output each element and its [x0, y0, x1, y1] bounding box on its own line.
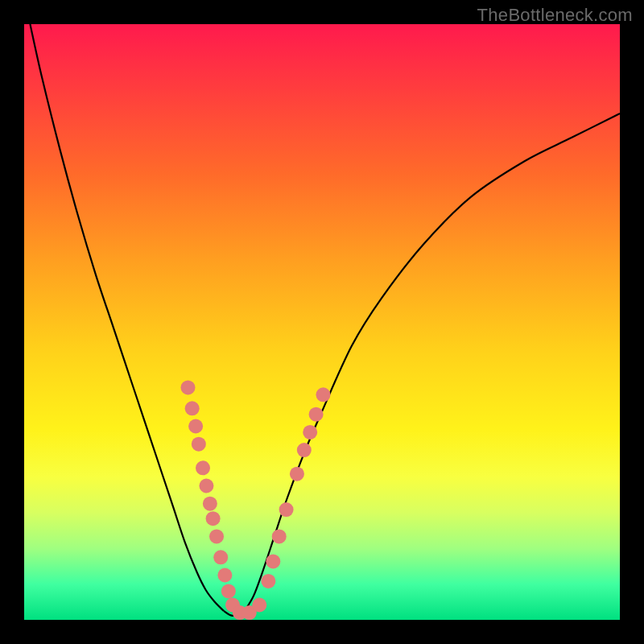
highlight-dot — [261, 574, 275, 588]
highlight-dot — [213, 550, 228, 564]
curve-left — [30, 24, 224, 611]
highlight-dot — [217, 568, 232, 583]
highlight-dot — [309, 407, 324, 422]
chart-overlay-svg — [24, 24, 620, 620]
highlight-dot — [192, 437, 206, 452]
watermark-text: TheBottleneck.com — [477, 5, 633, 26]
highlight-dot — [316, 387, 330, 402]
highlight-dot — [209, 529, 224, 543]
highlight-dot — [290, 467, 304, 481]
highlight-dot — [252, 598, 266, 613]
highlight-dot — [303, 425, 317, 440]
plot-area — [24, 24, 620, 620]
highlight-dot — [297, 443, 312, 457]
chart-frame: TheBottleneck.com — [0, 0, 644, 644]
highlight-dot — [181, 380, 196, 394]
highlight-dot — [279, 502, 294, 517]
highlight-dot — [221, 584, 236, 598]
highlight-dot — [199, 479, 213, 493]
highlight-dot — [196, 460, 210, 475]
curve-right — [245, 114, 620, 611]
highlight-dot — [266, 554, 280, 568]
highlight-dot — [185, 401, 200, 415]
highlight-dot — [206, 511, 221, 526]
highlight-dot — [188, 419, 203, 434]
highlight-dot — [203, 497, 217, 511]
highlight-dot — [272, 529, 287, 543]
